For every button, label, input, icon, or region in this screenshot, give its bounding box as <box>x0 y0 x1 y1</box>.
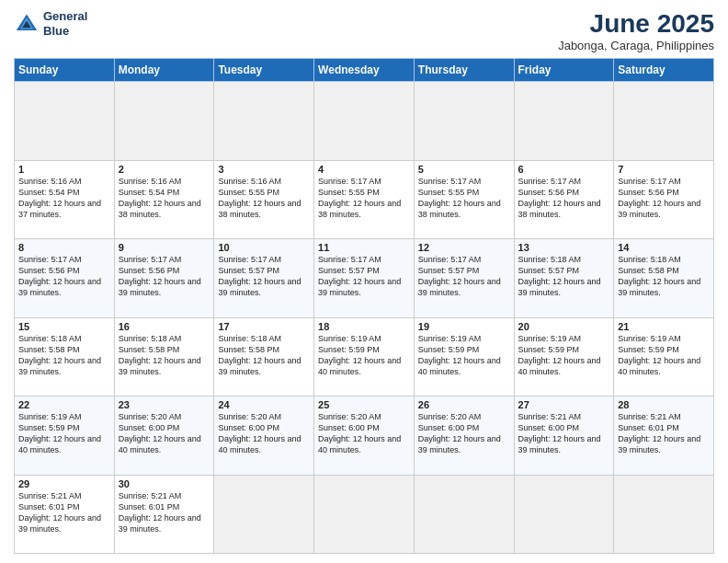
calendar-cell: 25Sunrise: 5:20 AMSunset: 6:00 PMDayligh… <box>314 396 415 476</box>
day-number: 10 <box>218 242 310 253</box>
calendar-cell: 24Sunrise: 5:20 AMSunset: 6:00 PMDayligh… <box>214 396 314 476</box>
day-number: 2 <box>119 164 210 175</box>
calendar-cell: 21Sunrise: 5:19 AMSunset: 5:59 PMDayligh… <box>614 317 714 396</box>
cell-info: Sunrise: 5:17 AMSunset: 5:55 PMDaylight:… <box>318 176 410 221</box>
calendar-cell: 26Sunrise: 5:20 AMSunset: 6:00 PMDayligh… <box>414 396 514 476</box>
calendar-cell <box>514 82 614 161</box>
day-number: 16 <box>119 321 210 332</box>
calendar-week-row <box>15 82 714 161</box>
calendar-day-header: Saturday <box>614 59 714 82</box>
calendar-cell: 14Sunrise: 5:18 AMSunset: 5:58 PMDayligh… <box>614 239 714 318</box>
cell-info: Sunrise: 5:20 AMSunset: 6:00 PMDaylight:… <box>318 411 410 456</box>
calendar-cell <box>414 475 514 554</box>
calendar-cell <box>614 82 714 161</box>
calendar-cell: 22Sunrise: 5:19 AMSunset: 5:59 PMDayligh… <box>15 396 115 476</box>
calendar-cell <box>314 475 415 554</box>
day-number: 23 <box>119 399 210 410</box>
day-number: 19 <box>418 321 510 332</box>
cell-info: Sunrise: 5:18 AMSunset: 5:58 PMDaylight:… <box>119 333 210 378</box>
cell-info: Sunrise: 5:17 AMSunset: 5:56 PMDaylight:… <box>18 254 110 299</box>
subtitle: Jabonga, Caraga, Philippines <box>558 39 714 52</box>
calendar-cell <box>15 82 115 161</box>
calendar-cell: 28Sunrise: 5:21 AMSunset: 6:01 PMDayligh… <box>614 396 714 476</box>
cell-info: Sunrise: 5:17 AMSunset: 5:57 PMDaylight:… <box>318 254 410 299</box>
calendar-cell <box>114 82 214 161</box>
day-number: 15 <box>18 321 110 332</box>
day-number: 24 <box>218 399 310 410</box>
header: General Blue June 2025 Jabonga, Caraga, … <box>14 9 714 52</box>
calendar-cell: 19Sunrise: 5:19 AMSunset: 5:59 PMDayligh… <box>414 317 514 396</box>
day-number: 4 <box>318 164 410 175</box>
calendar-cell: 6Sunrise: 5:17 AMSunset: 5:56 PMDaylight… <box>514 160 614 239</box>
calendar-week-row: 1Sunrise: 5:16 AMSunset: 5:54 PMDaylight… <box>15 160 714 239</box>
calendar-day-header: Friday <box>514 59 614 82</box>
calendar-day-header: Sunday <box>15 59 115 82</box>
cell-info: Sunrise: 5:21 AMSunset: 6:01 PMDaylight:… <box>18 490 110 535</box>
cell-info: Sunrise: 5:20 AMSunset: 6:00 PMDaylight:… <box>218 411 310 456</box>
day-number: 7 <box>618 164 710 175</box>
calendar-cell: 8Sunrise: 5:17 AMSunset: 5:56 PMDaylight… <box>15 239 115 318</box>
cell-info: Sunrise: 5:18 AMSunset: 5:57 PMDaylight:… <box>518 254 610 299</box>
cell-info: Sunrise: 5:21 AMSunset: 6:00 PMDaylight:… <box>518 411 610 456</box>
calendar-cell: 17Sunrise: 5:18 AMSunset: 5:58 PMDayligh… <box>214 317 314 396</box>
day-number: 29 <box>18 478 110 489</box>
day-number: 27 <box>518 399 610 410</box>
cell-info: Sunrise: 5:21 AMSunset: 6:01 PMDaylight:… <box>119 490 210 535</box>
day-number: 11 <box>318 242 410 253</box>
cell-info: Sunrise: 5:19 AMSunset: 5:59 PMDaylight:… <box>618 333 710 378</box>
day-number: 1 <box>18 164 110 175</box>
cell-info: Sunrise: 5:16 AMSunset: 5:54 PMDaylight:… <box>18 176 110 221</box>
calendar-cell: 23Sunrise: 5:20 AMSunset: 6:00 PMDayligh… <box>114 396 214 476</box>
cell-info: Sunrise: 5:20 AMSunset: 6:00 PMDaylight:… <box>119 411 210 456</box>
calendar-week-row: 29Sunrise: 5:21 AMSunset: 6:01 PMDayligh… <box>15 475 714 554</box>
calendar-header-row: SundayMondayTuesdayWednesdayThursdayFrid… <box>15 59 714 82</box>
calendar-cell: 30Sunrise: 5:21 AMSunset: 6:01 PMDayligh… <box>114 475 214 554</box>
cell-info: Sunrise: 5:19 AMSunset: 5:59 PMDaylight:… <box>518 333 610 378</box>
logo: General Blue <box>14 9 87 38</box>
calendar-day-header: Thursday <box>414 59 514 82</box>
day-number: 14 <box>618 242 710 253</box>
calendar-cell: 9Sunrise: 5:17 AMSunset: 5:56 PMDaylight… <box>114 239 214 318</box>
calendar-cell: 13Sunrise: 5:18 AMSunset: 5:57 PMDayligh… <box>514 239 614 318</box>
cell-info: Sunrise: 5:18 AMSunset: 5:58 PMDaylight:… <box>18 333 110 378</box>
logo-text: General Blue <box>43 9 87 38</box>
cell-info: Sunrise: 5:19 AMSunset: 5:59 PMDaylight:… <box>418 333 510 378</box>
calendar-week-row: 8Sunrise: 5:17 AMSunset: 5:56 PMDaylight… <box>15 239 714 318</box>
day-number: 9 <box>119 242 210 253</box>
day-number: 28 <box>618 399 710 410</box>
cell-info: Sunrise: 5:21 AMSunset: 6:01 PMDaylight:… <box>618 411 710 456</box>
calendar-cell: 29Sunrise: 5:21 AMSunset: 6:01 PMDayligh… <box>15 475 115 554</box>
day-number: 13 <box>518 242 610 253</box>
cell-info: Sunrise: 5:19 AMSunset: 5:59 PMDaylight:… <box>318 333 410 378</box>
day-number: 22 <box>18 399 110 410</box>
calendar-body: 1Sunrise: 5:16 AMSunset: 5:54 PMDaylight… <box>15 82 714 554</box>
calendar-cell: 4Sunrise: 5:17 AMSunset: 5:55 PMDaylight… <box>314 160 415 239</box>
cell-info: Sunrise: 5:17 AMSunset: 5:56 PMDaylight:… <box>618 176 710 221</box>
main-title: June 2025 <box>558 9 714 39</box>
calendar-cell <box>514 475 614 554</box>
calendar-cell: 7Sunrise: 5:17 AMSunset: 5:56 PMDaylight… <box>614 160 714 239</box>
day-number: 30 <box>119 478 210 489</box>
calendar-cell: 11Sunrise: 5:17 AMSunset: 5:57 PMDayligh… <box>314 239 415 318</box>
calendar-cell: 2Sunrise: 5:16 AMSunset: 5:54 PMDaylight… <box>114 160 214 239</box>
calendar-day-header: Wednesday <box>314 59 415 82</box>
cell-info: Sunrise: 5:17 AMSunset: 5:56 PMDaylight:… <box>518 176 610 221</box>
day-number: 12 <box>418 242 510 253</box>
logo-icon <box>14 11 40 37</box>
calendar-cell: 10Sunrise: 5:17 AMSunset: 5:57 PMDayligh… <box>214 239 314 318</box>
calendar-table: SundayMondayTuesdayWednesdayThursdayFrid… <box>14 58 714 554</box>
day-number: 5 <box>418 164 510 175</box>
calendar-week-row: 15Sunrise: 5:18 AMSunset: 5:58 PMDayligh… <box>15 317 714 396</box>
cell-info: Sunrise: 5:20 AMSunset: 6:00 PMDaylight:… <box>418 411 510 456</box>
calendar-cell <box>414 82 514 161</box>
cell-info: Sunrise: 5:17 AMSunset: 5:56 PMDaylight:… <box>119 254 210 299</box>
calendar-cell: 20Sunrise: 5:19 AMSunset: 5:59 PMDayligh… <box>514 317 614 396</box>
cell-info: Sunrise: 5:17 AMSunset: 5:57 PMDaylight:… <box>418 254 510 299</box>
day-number: 3 <box>218 164 310 175</box>
calendar-cell <box>314 82 415 161</box>
calendar-day-header: Monday <box>114 59 214 82</box>
calendar-cell: 3Sunrise: 5:16 AMSunset: 5:55 PMDaylight… <box>214 160 314 239</box>
calendar-cell: 12Sunrise: 5:17 AMSunset: 5:57 PMDayligh… <box>414 239 514 318</box>
calendar-cell: 18Sunrise: 5:19 AMSunset: 5:59 PMDayligh… <box>314 317 415 396</box>
cell-info: Sunrise: 5:17 AMSunset: 5:55 PMDaylight:… <box>418 176 510 221</box>
